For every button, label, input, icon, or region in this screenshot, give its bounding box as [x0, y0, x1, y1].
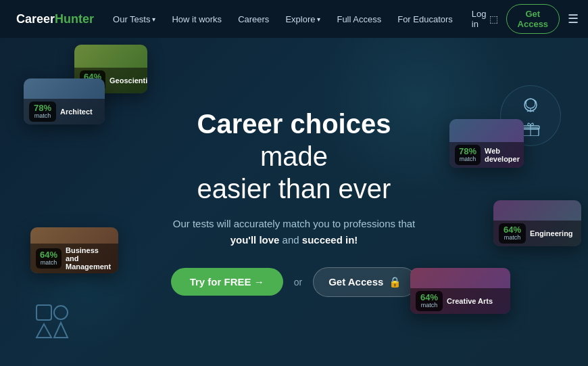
hero-buttons: Try for FREE → or Get Access 🔒	[166, 267, 422, 297]
gift-icon	[521, 121, 540, 136]
login-icon: ⬚	[489, 14, 498, 24]
card-overlay-web: 78% match Web developer	[449, 142, 524, 168]
login-button[interactable]: Log in ⬚	[472, 9, 498, 29]
card-overlay-business: 64% match Business and Management	[30, 244, 118, 273]
svg-rect-5	[36, 305, 51, 320]
nav-careers[interactable]: Careers	[238, 14, 269, 24]
card-match-web: 78% match	[455, 145, 481, 165]
card-match-business: 64% match	[36, 248, 62, 269]
hero-content: Career choices madeeasier than ever Our …	[166, 108, 422, 297]
nav-how-it-works[interactable]: How it works	[172, 14, 222, 24]
nav-explore[interactable]: Explore ▾	[285, 14, 320, 24]
card-overlay-creative: 64% match Creative Arts	[410, 288, 510, 314]
svg-point-6	[54, 306, 68, 319]
nav-our-tests[interactable]: Our Tests ▾	[113, 14, 155, 24]
card-overlay-engineering: 64% match Engineering	[493, 221, 581, 246]
nav-right: Log in ⬚ Get Access ☰	[472, 4, 579, 34]
logo[interactable]: CareerHunter	[16, 12, 94, 26]
nav-for-educators[interactable]: For Educators	[397, 14, 453, 24]
shapes-icon	[35, 304, 70, 339]
get-access-button[interactable]: Get Access 🔒	[313, 267, 417, 297]
lock-icon: 🔒	[389, 276, 401, 288]
chevron-down-icon: ▾	[152, 16, 155, 23]
card-business: 64% match Business and Management	[30, 227, 118, 273]
svg-marker-8	[54, 323, 68, 338]
svg-marker-7	[36, 324, 51, 338]
nav-full-access[interactable]: Full Access	[337, 14, 381, 24]
chevron-down-icon: ▾	[317, 16, 320, 23]
card-overlay-architect: 78% match Architect	[24, 99, 105, 124]
brain-icon	[520, 95, 541, 117]
navigation: CareerHunter Our Tests ▾ How it works Ca…	[0, 0, 588, 38]
get-access-nav-button[interactable]: Get Access	[506, 4, 560, 34]
hamburger-icon[interactable]: ☰	[568, 12, 579, 26]
nav-links: Our Tests ▾ How it works Careers Explore…	[113, 14, 453, 24]
card-match-engineering: 64% match	[499, 223, 526, 244]
hero-title: Career choices madeeasier than ever	[166, 108, 422, 205]
card-engineering: 64% match Engineering	[493, 200, 581, 246]
hero-subtitle: Our tests will accurately match you to p…	[166, 216, 422, 248]
try-free-button[interactable]: Try for FREE →	[171, 268, 283, 296]
or-separator: or	[294, 277, 302, 288]
card-match-creative: 64% match	[416, 291, 443, 311]
hero-section: Career choices madeeasier than ever Our …	[0, 38, 588, 366]
card-architect: 78% match Architect	[24, 78, 105, 124]
card-web-developer: 78% match Web developer	[449, 119, 524, 168]
card-match-architect: 78% match	[29, 101, 56, 122]
card-creative-arts: 64% match Creative Arts	[410, 268, 510, 314]
